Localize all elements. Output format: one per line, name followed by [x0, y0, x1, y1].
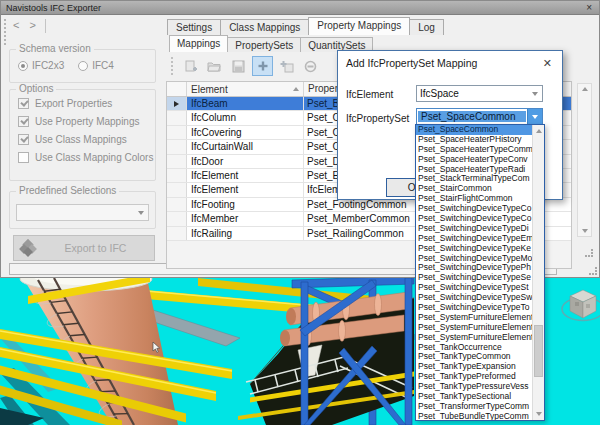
option-checkbox[interactable]: Use Class Mappings [18, 134, 153, 145]
dropdown-item[interactable]: Pset_SwitchingDeviceTypePh [416, 263, 532, 273]
ifcpropertyset-combo-value: Pset_SpaceCommon [418, 111, 526, 122]
export-button-label: Export to IFC [37, 242, 154, 254]
dropdown-item[interactable]: Pset_SwitchingDeviceTypeSe [416, 273, 532, 283]
scroll-down-icon[interactable] [582, 229, 588, 233]
dialog-titlebar[interactable]: Add IfcPropertySet Mapping ✕ [338, 51, 562, 75]
options-label: Options [16, 83, 56, 94]
ifcelement-combo[interactable]: IfcSpace [416, 85, 543, 102]
forward-button[interactable]: > [29, 19, 35, 31]
sub-tab[interactable]: PropertySets [227, 37, 301, 52]
main-tab[interactable]: Property Mappings [308, 17, 410, 35]
dropdown-item[interactable]: Pset_SwitchingDeviceTypeSt [416, 283, 532, 293]
element-column-header[interactable]: Element [187, 82, 304, 96]
dropdown-item[interactable]: Pset_TankOccurrence [416, 343, 532, 353]
scroll-up-icon[interactable] [582, 87, 588, 91]
dropdown-item[interactable]: Pset_SwitchingDeviceTypeKe [416, 244, 532, 254]
dropdown-item[interactable]: Pset_SystemFurnitureElement [416, 333, 532, 343]
element-header-label: Element [191, 84, 228, 95]
window-close-button[interactable]: × [584, 3, 594, 13]
dropdown-item[interactable]: Pset_StairCommon [416, 184, 532, 194]
dialog-close-button[interactable]: ✕ [541, 57, 554, 70]
dropdown-scrollbar[interactable] [532, 125, 544, 420]
row-selector-cell[interactable] [167, 198, 187, 211]
dropdown-item[interactable]: Pset_StairFlightCommon [416, 194, 532, 204]
new-mapping-button[interactable] [180, 56, 201, 76]
main-tab[interactable]: Log [409, 19, 444, 35]
element-cell[interactable]: IfcElement [187, 183, 304, 196]
row-selector-cell[interactable] [167, 227, 187, 240]
main-tab[interactable]: Settings [167, 19, 221, 35]
row-selector-cell[interactable] [167, 169, 187, 182]
table-vertical-scrollbar[interactable] [577, 83, 592, 237]
row-selector-cell[interactable] [167, 126, 187, 139]
element-cell[interactable]: IfcElement [187, 169, 304, 182]
row-selector-cell[interactable] [167, 140, 187, 153]
schema-radio[interactable]: IFC2x3 [18, 60, 64, 71]
element-cell[interactable]: IfcCovering [187, 126, 304, 139]
sub-tab[interactable]: Mappings [169, 35, 228, 52]
dropdown-item[interactable]: Pset_StackTerminalTypeCom [416, 174, 532, 184]
schema-radio[interactable]: IFC4 [78, 60, 114, 71]
dropdown-item[interactable]: Pset_TankTypePressureVess [416, 382, 532, 392]
scroll-down-icon[interactable] [536, 412, 542, 416]
back-button[interactable]: < [13, 19, 19, 31]
element-cell[interactable]: IfcColumn [187, 111, 304, 124]
ifcelement-combo-dropdown-button[interactable] [527, 86, 542, 101]
dropdown-item[interactable]: Pset_SwitchingDeviceTypeSw [416, 293, 532, 303]
row-selector-cell[interactable] [167, 111, 187, 124]
delete-mapping-button[interactable] [300, 56, 321, 76]
dropdown-item[interactable]: Pset_TankTypePreformed [416, 372, 532, 382]
dropdown-item[interactable]: Pset_TransformerTypeComm [416, 402, 532, 412]
toolbar-grip [4, 19, 7, 45]
ifcpropertyset-combo[interactable]: Pset_SpaceCommon [416, 108, 543, 125]
option-checkbox[interactable]: Use Class Mapping Colors [18, 152, 153, 163]
dropdown-item[interactable]: Pset_SystemFurnitureElement [416, 323, 532, 333]
window-resize-grip[interactable] [589, 267, 597, 275]
dropdown-item[interactable]: Pset_SpaceHeaterPHistory [416, 135, 532, 145]
element-cell[interactable]: IfcMember [187, 212, 304, 225]
export-to-ifc-button[interactable]: Export to IFC [13, 235, 155, 261]
element-cell[interactable]: IfcRailing [187, 227, 304, 240]
dropdown-item[interactable]: Pset_SwitchingDeviceTypeMo [416, 254, 532, 264]
dropdown-item[interactable]: Pset_SpaceCommon [416, 125, 532, 135]
element-cell[interactable]: IfcDoor [187, 155, 304, 168]
row-selector-cell[interactable] [167, 155, 187, 168]
row-selector-cell[interactable] [167, 212, 187, 225]
dropdown-item[interactable]: Pset_SystemFurnitureElement [416, 313, 532, 323]
dropdown-item[interactable]: Pset_TubeBundleTypeComm [416, 412, 532, 420]
dropdown-item[interactable]: Pset_SwitchingDeviceTypeDi [416, 224, 532, 234]
schema-radio-group: IFC2x3 IFC4 [18, 60, 114, 71]
ifcpropertyset-combo-dropdown-button[interactable] [527, 109, 542, 124]
dropdown-item[interactable]: Pset_SwitchingDeviceTypeEm [416, 234, 532, 244]
option-checkbox[interactable]: Export Properties [18, 98, 153, 109]
dialog-title: Add IfcPropertySet Mapping [346, 57, 541, 69]
checkbox-icon [18, 116, 29, 127]
window-titlebar[interactable]: Navistools IFC Exporter × [1, 1, 599, 15]
row-selector-cell[interactable] [167, 97, 187, 110]
panel-resize-grip[interactable] [585, 249, 593, 257]
dropdown-item[interactable]: Pset_SpaceHeaterTypeConv [416, 155, 532, 165]
dropdown-item[interactable]: Pset_TankTypeCommon [416, 352, 532, 362]
ifcelement-combo-value: IfcSpace [417, 88, 527, 99]
element-cell[interactable]: IfcFooting [187, 198, 304, 211]
scroll-up-icon[interactable] [536, 129, 542, 133]
dropdown-item[interactable]: Pset_TankTypeSectional [416, 392, 532, 402]
ifcpropertyset-field-label: IfcPropertySet [346, 113, 409, 124]
dropdown-item[interactable]: Pset_SwitchingDeviceTypeCo [416, 204, 532, 214]
dropdown-item[interactable]: Pset_SwitchingDeviceTypeCo [416, 214, 532, 224]
dropdown-item[interactable]: Pset_SwitchingDeviceTypeTo [416, 303, 532, 313]
row-selector-cell[interactable] [167, 183, 187, 196]
main-tab[interactable]: Class Mappings [220, 19, 309, 35]
open-mappings-button[interactable] [204, 56, 225, 76]
dropdown-item[interactable]: Pset_SpaceHeaterTypeComm [416, 145, 532, 155]
scrollbar-thumb[interactable] [534, 325, 543, 377]
element-cell[interactable]: IfcBeam [187, 97, 304, 110]
add-child-mapping-button[interactable] [276, 56, 297, 76]
add-mapping-button[interactable] [252, 56, 273, 76]
element-cell[interactable]: IfcCurtainWall [187, 140, 304, 153]
save-mappings-button[interactable] [228, 56, 249, 76]
dropdown-item[interactable]: Pset_SpaceHeaterTypeRadi [416, 165, 532, 175]
predefined-selections-combo[interactable] [16, 204, 149, 221]
dropdown-item[interactable]: Pset_TankTypeExpansion [416, 362, 532, 372]
option-checkbox[interactable]: Use Property Mappings [18, 116, 153, 127]
